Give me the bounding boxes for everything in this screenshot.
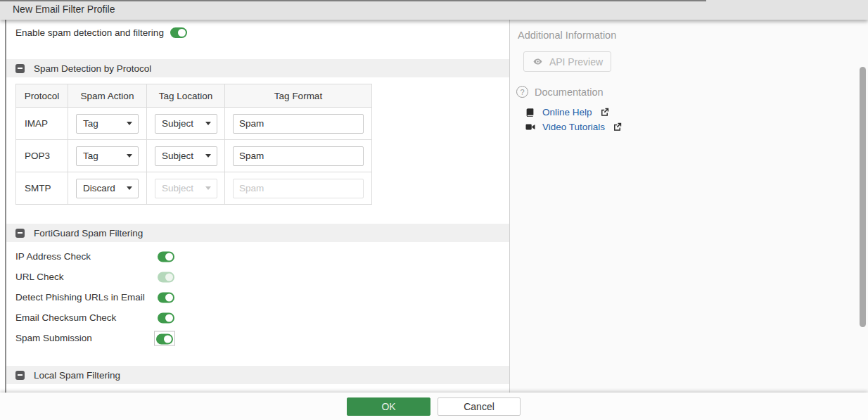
api-preview-label: API Preview — [549, 56, 603, 68]
col-header-tag-format: Tag Format — [225, 84, 372, 108]
online-help-link[interactable]: Online Help — [542, 107, 592, 117]
imap-tag-format-input[interactable] — [233, 114, 364, 134]
toggle-label: IP Address Check — [15, 251, 91, 262]
selected-value: Tag — [83, 151, 98, 161]
video-tutorials-link[interactable]: Video Tutorials — [542, 122, 605, 132]
question-icon: ? — [516, 86, 528, 98]
section-label: Spam Detection by Protocol — [34, 63, 151, 74]
vertical-scrollbar-thumb[interactable] — [860, 67, 866, 327]
col-header-spam-action: Spam Action — [68, 84, 147, 108]
toggle-label: URL Check — [15, 272, 64, 282]
pop3-tag-location-select[interactable]: Subject — [155, 146, 217, 166]
toggle-label: Detect Phishing URLs in Email — [15, 292, 145, 303]
chevron-down-icon — [205, 122, 211, 125]
selected-value: Subject — [162, 118, 193, 129]
col-header-tag-location: Tag Location — [147, 84, 225, 108]
toggle-knob — [165, 314, 173, 322]
toggle-knob — [178, 29, 186, 37]
enable-spam-toggle[interactable] — [170, 27, 187, 38]
video-tutorials-row: Video Tutorials — [524, 121, 623, 133]
cancel-button[interactable]: Cancel — [438, 397, 521, 416]
toggle-knob — [165, 273, 173, 281]
detect-phishing-row: Detect Phishing URLs in Email — [15, 287, 502, 307]
toggle-label: Spam Submission — [15, 333, 92, 343]
sidebar-heading: Additional Information — [518, 30, 616, 41]
spam-submission-row: Spam Submission — [15, 328, 502, 348]
section-header-fortiguard: FortiGuard Spam Filtering — [6, 224, 509, 242]
documentation-heading: ? Documentation — [516, 86, 604, 98]
protocol-name: IMAP — [16, 108, 68, 140]
table-row-imap: IMAP Tag Subject — [16, 108, 372, 140]
external-link-icon — [599, 108, 611, 117]
dialog-titlebar: New Email Filter Profile — [0, 0, 868, 20]
url-check-row: URL Check — [15, 267, 502, 287]
ip-address-check-toggle[interactable] — [158, 251, 174, 262]
enable-spam-row: Enable spam detection and filtering — [15, 26, 187, 39]
documentation-links: Online Help Video Tutorials — [524, 106, 623, 133]
chevron-down-icon — [205, 154, 211, 158]
smtp-tag-location-select: Subject — [155, 179, 217, 198]
section-header-local: Local Spam Filtering — [6, 366, 509, 384]
dialog-footer: OK Cancel — [0, 393, 868, 420]
spam-submission-toggle[interactable] — [156, 333, 173, 344]
toggle-knob — [165, 293, 173, 301]
section-label: FortiGuard Spam Filtering — [34, 228, 143, 238]
col-header-protocol: Protocol — [16, 84, 68, 108]
online-help-row: Online Help — [524, 106, 623, 118]
smtp-spam-action-select[interactable]: Discard — [76, 179, 139, 198]
ip-address-check-row: IP Address Check — [15, 246, 502, 267]
chevron-down-icon — [127, 122, 132, 125]
table-row-pop3: POP3 Tag Subject — [16, 140, 372, 172]
focused-toggle-box — [154, 331, 175, 345]
chevron-down-icon — [205, 186, 211, 190]
email-filter-profile-dialog: New Email Filter Profile Enable spam det… — [0, 0, 868, 420]
pop3-spam-action-select[interactable]: Tag — [76, 146, 139, 166]
toggle-knob — [164, 335, 172, 343]
chevron-down-icon — [127, 154, 132, 158]
chevron-down-icon — [127, 186, 132, 190]
protocol-table: Protocol Spam Action Tag Location Tag Fo… — [15, 84, 372, 205]
api-preview-button[interactable]: API Preview — [523, 51, 611, 72]
url-check-toggle[interactable] — [158, 272, 174, 282]
detect-phishing-toggle[interactable] — [158, 292, 174, 303]
external-link-icon — [611, 122, 623, 132]
additional-information-panel: Additional Information API Preview ? Doc… — [509, 20, 868, 393]
toggle-knob — [165, 253, 173, 260]
section-label: Local Spam Filtering — [34, 370, 120, 381]
toggle-label: Email Checksum Check — [15, 312, 116, 323]
section-header-protocol: Spam Detection by Protocol — [6, 59, 509, 77]
pop3-tag-format-input[interactable] — [233, 146, 364, 166]
smtp-tag-format-input — [233, 179, 364, 198]
form-panel: Enable spam detection and filtering Spam… — [5, 20, 509, 393]
ok-button[interactable]: OK — [347, 397, 430, 416]
collapse-icon[interactable] — [15, 64, 25, 73]
enable-spam-label: Enable spam detection and filtering — [15, 27, 164, 38]
table-header-row: Protocol Spam Action Tag Location Tag Fo… — [16, 84, 372, 108]
imap-tag-location-select[interactable]: Subject — [155, 114, 217, 134]
email-checksum-row: Email Checksum Check — [15, 307, 502, 328]
imap-spam-action-select[interactable]: Tag — [76, 114, 139, 134]
eye-icon — [532, 57, 544, 66]
selected-value: Tag — [83, 118, 98, 129]
book-icon — [524, 108, 536, 117]
selected-value: Subject — [162, 183, 193, 193]
selected-value: Subject — [162, 151, 193, 161]
collapse-icon[interactable] — [15, 229, 25, 238]
collapse-icon[interactable] — [15, 371, 25, 380]
documentation-label: Documentation — [535, 87, 604, 98]
protocol-name: POP3 — [16, 140, 68, 172]
video-icon — [524, 122, 536, 132]
protocol-name: SMTP — [16, 172, 68, 205]
selected-value: Discard — [83, 183, 115, 193]
email-checksum-toggle[interactable] — [158, 312, 174, 323]
table-row-smtp: SMTP Discard Subject — [16, 172, 372, 205]
page-title: New Email Filter Profile — [13, 0, 115, 19]
